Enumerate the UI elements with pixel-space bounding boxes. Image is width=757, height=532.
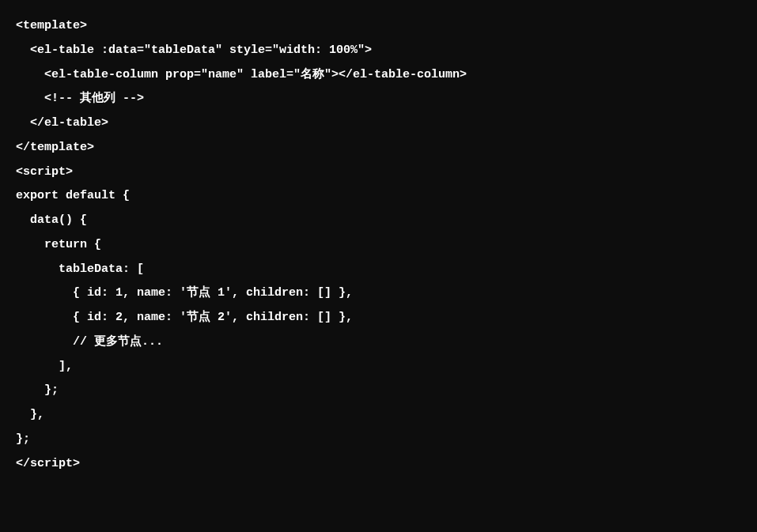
code-line: <el-table-column prop="name" label="名称">… (16, 63, 741, 88)
code-line: }; (16, 379, 741, 403)
code-line: </template> (16, 136, 741, 160)
code-line: { id: 1, name: '节点 1', children: [] }, (16, 281, 741, 306)
code-line: export default { (16, 184, 741, 209)
code-line: <!-- 其他列 --> (16, 87, 741, 111)
code-line: return { (16, 233, 741, 258)
code-line: <script> (16, 160, 741, 185)
code-line: }, (16, 403, 741, 428)
code-line: }; (16, 428, 741, 452)
code-line: data() { (16, 209, 741, 233)
code-line: <el-table :data="tableData" style="width… (16, 39, 741, 63)
code-line: tableData: [ (16, 258, 741, 282)
code-block: <template> <el-table :data="tableData" s… (16, 14, 741, 476)
code-line: </el-table> (16, 111, 741, 136)
code-line: { id: 2, name: '节点 2', children: [] }, (16, 306, 741, 330)
code-line: <template> (16, 14, 741, 39)
code-line: // 更多节点... (16, 330, 741, 355)
code-line: ], (16, 355, 741, 379)
code-line: </script> (16, 452, 741, 477)
